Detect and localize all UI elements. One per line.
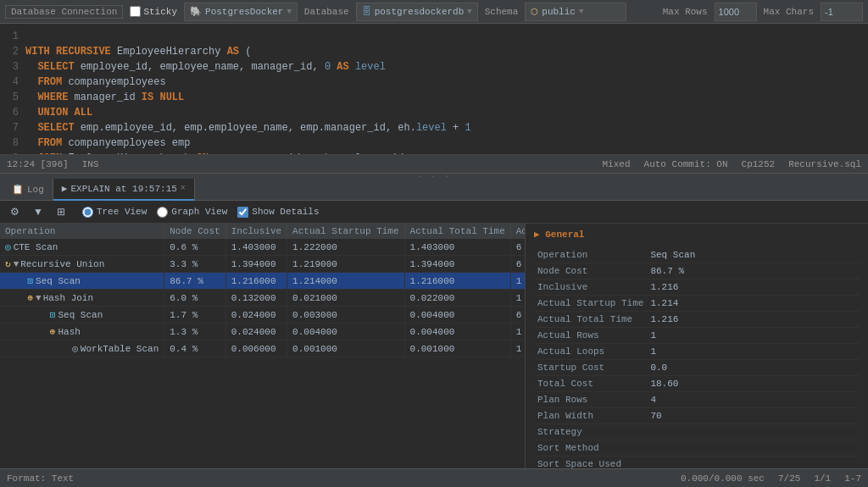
log-icon: 📋 [12, 184, 24, 195]
cell-actual-total: 0.004000 [404, 324, 510, 340]
log-tab[interactable]: 📋 Log [3, 179, 53, 201]
cell-inclusive: 0.024000 [225, 307, 287, 324]
cell-operation: ⊡Seq Scan [0, 307, 164, 324]
cell-inclusive: 1.403000 [225, 239, 287, 256]
tab-bar: 📋 Log ▶ EXPLAIN at 19:57:15 × [0, 179, 868, 201]
table-row[interactable]: ⊡Seq Scan 86.7 % 1.216000 1.214000 1.216… [0, 273, 525, 290]
table-scroll[interactable]: Operation Node Cost Inclusive Actual Sta… [0, 224, 525, 468]
row-icon: ⊡ [27, 276, 33, 286]
cell-actual-total: 0.001000 [404, 340, 510, 357]
database-label: Database [304, 7, 349, 17]
bottom-status-bar: Format: Text 0.000/0.000 sec 7/25 1/1 1-… [0, 468, 868, 487]
prop-value [647, 424, 860, 440]
cell-inclusive: 1.216000 [225, 273, 287, 290]
row-icon: ◎ [5, 242, 11, 252]
table-row[interactable]: ⊕▼Hash Join 6.0 % 0.132000 0.021000 0.02… [0, 290, 525, 307]
explain-tab-label: EXPLAIN at 19:57:15 [70, 184, 176, 194]
code-line-9: JOIN EmployeeHierarchy eh ON emp.manager… [25, 151, 868, 155]
database-value: postgresdockerdb [375, 7, 465, 17]
cell-inclusive: 0.132000 [225, 290, 287, 307]
cell-actual-rows: 1 [510, 290, 525, 307]
show-details-option[interactable]: Show Details [237, 207, 319, 218]
props-table: Operation Seq Scan Node Cost 86.7 % Incl… [534, 247, 860, 468]
props-section-title: ▶ General [534, 229, 860, 242]
row-icon: ↻ [5, 259, 11, 269]
sticky-checkbox[interactable]: Sticky [130, 6, 177, 17]
explain-table: Operation Node Cost Inclusive Actual Sta… [0, 224, 525, 357]
col-actual-startup: Actual Startup Time [287, 224, 404, 239]
view-radio-group: Tree View Graph View Show Details [82, 207, 320, 218]
col-inclusive: Inclusive [225, 224, 287, 239]
code-editor[interactable]: WITH RECURSIVE EmployeeHierarchy AS ( SE… [25, 27, 868, 151]
cell-actual-startup: 0.001000 [287, 340, 404, 357]
cell-operation: ↻▼Recursive Union [0, 256, 164, 273]
table-row[interactable]: ◎CTE Scan 0.6 % 1.403000 1.222000 1.4030… [0, 239, 525, 256]
cursor-position: 12:24 [396] [7, 159, 69, 169]
graph-view-label: Graph View [171, 207, 227, 217]
props-row: Plan Rows 4 [534, 392, 860, 408]
max-chars-label: Max Chars [764, 7, 814, 17]
cell-node-cost: 6.0 % [164, 290, 225, 307]
explain-toolbar: ⚙ ▼ ⊞ Tree View Graph View Show Details [0, 201, 868, 224]
table-row[interactable]: ↻▼Recursive Union 3.3 % 1.394000 1.21900… [0, 256, 525, 273]
prop-label: Operation [534, 247, 647, 263]
database-dropdown[interactable]: 🗄 postgresdockerdb ▼ [356, 3, 478, 21]
bottom-panel: 📋 Log ▶ EXPLAIN at 19:57:15 × ⚙ ▼ ⊞ Tree… [0, 179, 868, 487]
cell-actual-startup: 0.021000 [287, 290, 404, 307]
code-line-4: FROM companyemployees [25, 75, 868, 90]
graph-view-option[interactable]: Graph View [157, 207, 227, 218]
schema-label: Schema [485, 7, 519, 17]
expand-icon[interactable]: ▼ [36, 293, 42, 303]
cell-actual-total: 1.216000 [404, 273, 510, 290]
toolbar-btn-1[interactable]: ⚙ [7, 204, 23, 219]
cell-actual-rows: 1 [510, 324, 525, 340]
cell-actual-startup: 1.214000 [287, 273, 404, 290]
max-rows-label: Max Rows [663, 7, 708, 17]
toolbar-btn-2[interactable]: ▼ [30, 204, 47, 219]
prop-value: 0.0 [647, 360, 860, 376]
props-row: Total Cost 18.60 [534, 376, 860, 392]
prop-value: 1.214 [647, 296, 860, 312]
prop-label: Inclusive [534, 279, 647, 296]
db-connection-label: Database Connection [5, 5, 123, 19]
explain-tab-close[interactable]: × [181, 184, 186, 193]
format-status: Format: Text [7, 473, 74, 484]
expand-icon[interactable]: ▼ [14, 259, 19, 269]
col-operation: Operation [0, 224, 164, 239]
props-row: Startup Cost 0.0 [534, 360, 860, 376]
row-icon: ⊡ [50, 310, 56, 320]
table-row[interactable]: ◎WorkTable Scan 0.4 % 0.006000 0.001000 … [0, 340, 525, 357]
toolbar-btn-3[interactable]: ⊞ [53, 204, 69, 219]
cell-actual-startup: 0.004000 [287, 324, 404, 340]
connection-dropdown[interactable]: 🐘 PostgresDocker ▼ [184, 3, 298, 21]
cell-inclusive: 1.394000 [225, 256, 287, 273]
prop-value: 70 [647, 408, 860, 424]
max-rows-input[interactable] [715, 3, 757, 21]
file-status: Recursive.sql [788, 159, 861, 169]
prop-label: Sort Method [534, 440, 647, 457]
prop-value [647, 440, 860, 457]
prop-label: Actual Startup Time [534, 296, 647, 312]
props-row: Inclusive 1.216 [534, 279, 860, 296]
tree-view-option[interactable]: Tree View [82, 207, 147, 218]
line-numbers: 12345 678910 1112 [0, 27, 25, 151]
connection-arrow: ▼ [287, 8, 291, 16]
prop-label: Plan Width [534, 408, 647, 424]
cell-operation: ◎CTE Scan [0, 239, 164, 256]
cell-operation: ⊡Seq Scan [0, 273, 164, 290]
props-row: Actual Rows 1 [534, 328, 860, 344]
rows-status: 7/25 [778, 473, 800, 484]
prop-label: Plan Rows [534, 392, 647, 408]
prop-value: 86.7 % [647, 263, 860, 279]
table-row[interactable]: ⊕Hash 1.3 % 0.024000 0.004000 0.004000 1… [0, 324, 525, 340]
table-row[interactable]: ⊡Seq Scan 1.7 % 0.024000 0.003000 0.0040… [0, 307, 525, 324]
editor-area[interactable]: 12345 678910 1112 WITH RECURSIVE Employe… [0, 24, 868, 155]
explain-table-area: Operation Node Cost Inclusive Actual Sta… [0, 224, 526, 468]
cell-node-cost: 3.3 % [164, 256, 225, 273]
schema-dropdown[interactable]: ⬡ public ▼ [525, 3, 626, 21]
timing-status: 0.000/0.000 sec [681, 473, 765, 484]
encoding-status: Mixed [603, 159, 631, 169]
cell-inclusive: 0.024000 [225, 324, 287, 340]
explain-tab[interactable]: ▶ EXPLAIN at 19:57:15 × [53, 179, 195, 201]
max-chars-input[interactable] [821, 3, 863, 21]
